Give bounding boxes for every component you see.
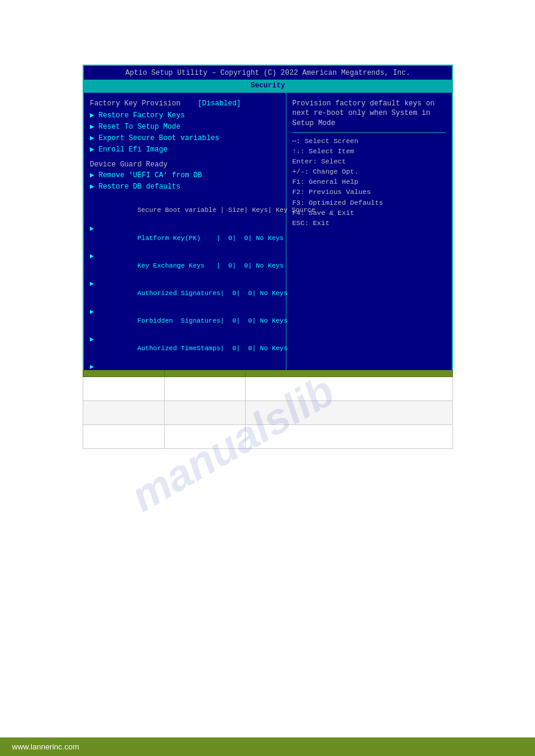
- remove-uefi-ca-label: Remove 'UEFI CA' from DB: [98, 171, 202, 180]
- factory-key-provision-row: Factory Key Provision [Disabled]: [90, 99, 280, 109]
- restore-db-defaults-label: Restore DB defaults: [98, 183, 180, 191]
- help-select-screen: ↔: Select Screen: [292, 136, 446, 146]
- col1-header: [83, 371, 165, 377]
- reset-to-setup-mode[interactable]: Reset To Setup Mode: [90, 122, 280, 132]
- table-body: [83, 377, 453, 449]
- table-row-authorized-sig[interactable]: Authorized Signatures| 0| 0| No Keys: [90, 280, 280, 307]
- bios-title-text: Security: [250, 81, 285, 90]
- enroll-efi-image-label: Enroll Efi Image: [98, 145, 167, 154]
- bios-left-panel: Factory Key Provision [Disabled] Restore…: [84, 93, 286, 396]
- forbidden-sig-row-text: Forbidden Signatures| 0| 0| No Keys: [137, 317, 288, 324]
- bios-body: Factory Key Provision [Disabled] Restore…: [84, 92, 452, 396]
- row1-col3: [246, 377, 453, 401]
- page-wrapper: Aptio Setup Utility – Copyright (C) 2022…: [0, 0, 535, 756]
- help-optimized-defaults: F3: Optimized Defaults: [292, 198, 446, 208]
- help-general-help: F1: General Help: [292, 177, 446, 187]
- row3-col3: [246, 425, 453, 449]
- row3-col1: [83, 425, 165, 449]
- data-table-section: [83, 370, 453, 449]
- table-row-forbidden-sig[interactable]: Forbidden Signatures| 0| 0| No Keys: [90, 308, 280, 335]
- export-secure-boot[interactable]: Export Secure Boot variables: [90, 133, 280, 144]
- table-row-authorized-ts[interactable]: Authorized TimeStamps| 0| 0| No Keys: [90, 335, 280, 363]
- help-previous-values: F2: Previous Values: [292, 187, 446, 197]
- restore-factory-keys[interactable]: Restore Factory Keys: [90, 111, 280, 121]
- kek-row-text: Key Exchange Keys | 0| 0| No Keys: [137, 262, 283, 269]
- table-header-row: Secure Boot variable | Size| Keys| Key S…: [90, 197, 280, 224]
- help-change-opt: +/-: Change Opt.: [292, 167, 446, 177]
- table-row-pk[interactable]: Platform Key(PK) | 0| 0| No Keys: [90, 224, 280, 252]
- row1-col2: [164, 377, 246, 401]
- device-guard-text: Device Guard Ready: [90, 160, 168, 169]
- help-save-exit: F4: Save & Exit: [292, 208, 446, 218]
- factory-key-value: [Disabled]: [198, 99, 241, 108]
- keyboard-shortcuts: ↔: Select Screen ↑↓: Select Item Enter: …: [292, 136, 446, 228]
- bios-title-bar: Security: [84, 80, 452, 92]
- page-footer: www.lannerinc.com: [0, 737, 535, 756]
- factory-key-label: Factory Key Provision: [90, 99, 180, 108]
- row2-col1: [83, 401, 165, 425]
- restore-factory-keys-label: Restore Factory Keys: [98, 111, 185, 120]
- remove-uefi-ca[interactable]: Remove 'UEFI CA' from DB: [90, 171, 280, 181]
- table-row: [83, 425, 453, 449]
- table-header-row: [83, 371, 453, 377]
- table-row-kek[interactable]: Key Exchange Keys | 0| 0| No Keys: [90, 252, 280, 280]
- col3-header: [246, 371, 453, 377]
- help-esc-exit: ESC: Exit: [292, 218, 446, 228]
- help-enter-select: Enter: Select: [292, 157, 446, 166]
- enroll-efi-image[interactable]: Enroll Efi Image: [90, 145, 280, 155]
- help-separator: [292, 132, 446, 133]
- table-row: [83, 377, 453, 401]
- row2-col3: [246, 401, 453, 425]
- export-secure-boot-label: Export Secure Boot variables: [98, 134, 219, 142]
- help-select-item: ↑↓: Select Item: [292, 147, 446, 156]
- auth-ts-row-text: Authorized TimeStamps| 0| 0| No Keys: [137, 345, 288, 352]
- table-row: [83, 401, 453, 425]
- bios-right-panel: Provision factory default keys on next r…: [286, 93, 452, 396]
- auth-sig-row-text: Authorized Signatures| 0| 0| No Keys: [137, 290, 288, 297]
- help-text-content: Provision factory default keys on next r…: [292, 99, 435, 128]
- bios-header-text: Aptio Setup Utility – Copyright (C) 2022…: [125, 69, 410, 77]
- table-head: [83, 371, 453, 377]
- restore-db-defaults[interactable]: Restore DB defaults: [90, 182, 280, 192]
- col2-header: [164, 371, 246, 377]
- reset-setup-mode-label: Reset To Setup Mode: [98, 123, 180, 131]
- bios-header: Aptio Setup Utility – Copyright (C) 2022…: [84, 66, 452, 80]
- bios-screen: Aptio Setup Utility – Copyright (C) 2022…: [83, 65, 453, 411]
- row1-col1: [83, 377, 165, 401]
- row2-col2: [164, 401, 246, 425]
- data-table: [83, 370, 453, 449]
- help-text: Provision factory default keys on next r…: [292, 99, 446, 129]
- footer-url: www.lannerinc.com: [12, 742, 79, 751]
- device-guard-label: Device Guard Ready: [90, 160, 280, 170]
- secure-boot-table: Secure Boot variable | Size| Keys| Key S…: [90, 197, 280, 390]
- row3-col2: [164, 425, 246, 449]
- pk-row-text: Platform Key(PK) | 0| 0| No Keys: [137, 235, 283, 242]
